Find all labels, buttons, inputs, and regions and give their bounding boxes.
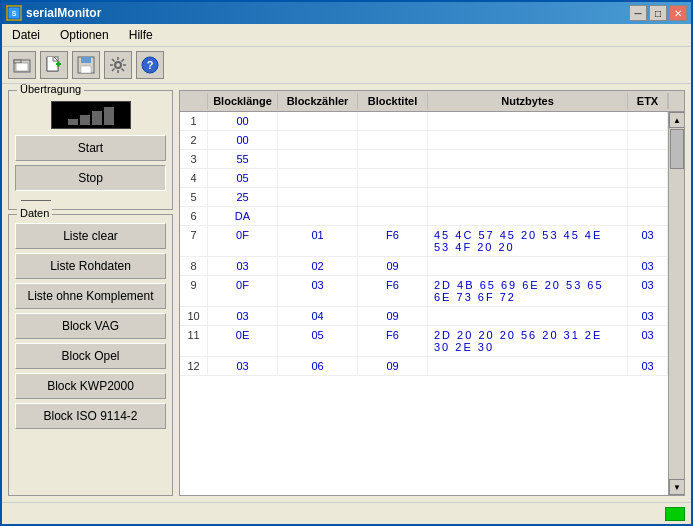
cell-blockzaehler: 05 <box>278 326 358 356</box>
cell-etx <box>628 207 668 225</box>
cell-blockzaehler <box>278 207 358 225</box>
cell-blockzaehler <box>278 112 358 130</box>
toolbar-btn-open[interactable] <box>8 51 36 79</box>
svg-text:S: S <box>12 10 17 17</box>
cell-num: 3 <box>180 150 208 168</box>
table-wrapper: 1 00 2 00 3 55 4 05 5 25 6 DA <box>180 112 684 495</box>
cell-num: 6 <box>180 207 208 225</box>
cell-etx <box>628 112 668 130</box>
cell-blocktitel: 09 <box>358 357 428 375</box>
block-kwp2000-button[interactable]: Block KWP2000 <box>15 373 166 399</box>
col-header-etx: ETX <box>628 93 668 109</box>
cell-num: 9 <box>180 276 208 306</box>
cell-blockzaehler <box>278 169 358 187</box>
main-content: Übertragung Start Stop Daten <box>2 84 691 502</box>
cell-blocklaenge: 00 <box>208 112 278 130</box>
col-header-nutzbytes: Nutzbytes <box>428 93 628 109</box>
svg-rect-12 <box>81 66 91 73</box>
cell-nutzbytes <box>428 357 628 375</box>
menu-datei[interactable]: Datei <box>6 26 46 44</box>
toolbar-btn-settings[interactable] <box>104 51 132 79</box>
close-button[interactable]: ✕ <box>669 5 687 21</box>
table-row: 9 0F 03 F6 2D 4B 65 69 6E 20 53 65 6E 73… <box>180 276 668 307</box>
scroll-down-arrow[interactable]: ▼ <box>669 479 684 495</box>
svg-rect-4 <box>16 63 28 71</box>
statusbar <box>2 502 691 524</box>
cell-blocklaenge: 03 <box>208 307 278 325</box>
cell-nutzbytes <box>428 257 628 275</box>
table-row: 1 00 <box>180 112 668 131</box>
cell-blocktitel <box>358 169 428 187</box>
cell-blocklaenge: 25 <box>208 188 278 206</box>
daten-label: Daten <box>17 207 52 219</box>
left-panel: Übertragung Start Stop Daten <box>8 90 173 496</box>
cell-blocktitel <box>358 112 428 130</box>
cell-blockzaehler <box>278 150 358 168</box>
table-body[interactable]: 1 00 2 00 3 55 4 05 5 25 6 DA <box>180 112 668 495</box>
toolbar-btn-save[interactable] <box>72 51 100 79</box>
cell-etx <box>628 131 668 149</box>
cell-blockzaehler: 03 <box>278 276 358 306</box>
block-opel-button[interactable]: Block Opel <box>15 343 166 369</box>
cell-etx: 03 <box>628 307 668 325</box>
cell-blocklaenge: 03 <box>208 357 278 375</box>
cell-blocklaenge: 0F <box>208 226 278 256</box>
table-row: 6 DA <box>180 207 668 226</box>
cell-etx <box>628 150 668 168</box>
block-vag-button[interactable]: Block VAG <box>15 313 166 339</box>
table-header: Blocklänge Blockzähler Blocktitel Nutzby… <box>180 91 684 112</box>
cell-blocktitel <box>358 207 428 225</box>
cell-nutzbytes: 45 4C 57 45 20 53 45 4E 53 4F 20 20 <box>428 226 628 256</box>
status-indicator <box>665 507 685 521</box>
cell-blockzaehler <box>278 188 358 206</box>
cell-blocklaenge: 05 <box>208 169 278 187</box>
block-iso-button[interactable]: Block ISO 9114-2 <box>15 403 166 429</box>
menu-optionen[interactable]: Optionen <box>54 26 115 44</box>
col-header-blocktitel: Blocktitel <box>358 93 428 109</box>
daten-group: Daten Liste clear Liste Rohdaten Liste o… <box>8 214 173 496</box>
cell-num: 7 <box>180 226 208 256</box>
cell-blocktitel: 09 <box>358 257 428 275</box>
signal-display <box>51 101 131 129</box>
cell-etx: 03 <box>628 357 668 375</box>
svg-text:?: ? <box>147 59 154 71</box>
table-row: 4 05 <box>180 169 668 188</box>
cell-blocklaenge: 0F <box>208 276 278 306</box>
maximize-button[interactable]: □ <box>649 5 667 21</box>
liste-ohne-komplement-button[interactable]: Liste ohne Komplement <box>15 283 166 309</box>
svg-point-13 <box>115 62 121 68</box>
toolbar-btn-help[interactable]: ? <box>136 51 164 79</box>
table-row: 5 25 <box>180 188 668 207</box>
col-header-blockzaehler: Blockzähler <box>278 93 358 109</box>
scroll-thumb[interactable] <box>670 129 684 169</box>
cell-num: 10 <box>180 307 208 325</box>
window-title: serialMonitor <box>26 6 101 20</box>
svg-rect-11 <box>81 57 91 63</box>
scroll-up-arrow[interactable]: ▲ <box>669 112 684 128</box>
app-icon: S <box>6 5 22 21</box>
toolbar-btn-new[interactable] <box>40 51 68 79</box>
stop-button[interactable]: Stop <box>15 165 166 191</box>
titlebar: S serialMonitor ─ □ ✕ <box>2 2 691 24</box>
liste-rohdaten-button[interactable]: Liste Rohdaten <box>15 253 166 279</box>
titlebar-left: S serialMonitor <box>6 5 101 21</box>
start-button[interactable]: Start <box>15 135 166 161</box>
table-row: 8 03 02 09 03 <box>180 257 668 276</box>
cell-blocktitel: F6 <box>358 226 428 256</box>
scroll-track <box>669 128 684 479</box>
cell-num: 1 <box>180 112 208 130</box>
ubertragung-group: Übertragung Start Stop <box>8 90 173 210</box>
titlebar-buttons: ─ □ ✕ <box>629 5 687 21</box>
cell-nutzbytes <box>428 112 628 130</box>
menu-hilfe[interactable]: Hilfe <box>123 26 159 44</box>
cell-blocktitel <box>358 188 428 206</box>
liste-clear-button[interactable]: Liste clear <box>15 223 166 249</box>
ubertragung-label: Übertragung <box>17 84 84 95</box>
cell-nutzbytes <box>428 307 628 325</box>
minimize-button[interactable]: ─ <box>629 5 647 21</box>
scrollbar[interactable]: ▲ ▼ <box>668 112 684 495</box>
cell-etx <box>628 169 668 187</box>
data-table-panel: Blocklänge Blockzähler Blocktitel Nutzby… <box>179 90 685 496</box>
table-row: 3 55 <box>180 150 668 169</box>
cell-nutzbytes <box>428 150 628 168</box>
